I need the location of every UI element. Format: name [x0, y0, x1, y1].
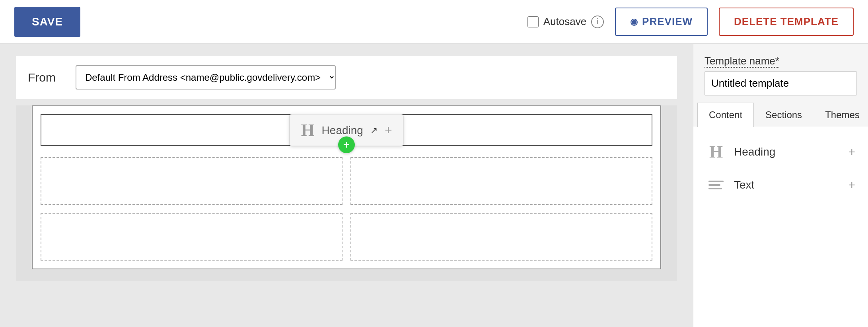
heading-h-symbol: H: [709, 142, 723, 162]
preview-button[interactable]: ◉ PREVIEW: [615, 8, 708, 36]
autosave-label: Autosave: [543, 16, 586, 28]
template-name-input[interactable]: [705, 71, 857, 95]
heading-icon: H: [706, 142, 726, 162]
heading-item-label: Heading: [734, 146, 840, 158]
eye-icon: ◉: [630, 17, 638, 27]
text-line-3: [708, 188, 722, 189]
content-area: From Default From Address <name@public.g…: [0, 44, 693, 327]
template-name-section: Template name*: [693, 44, 868, 103]
autosave-checkbox[interactable]: [527, 16, 539, 27]
main-area: From Default From Address <name@public.g…: [0, 44, 868, 327]
tooltip-add-icon[interactable]: +: [385, 123, 392, 138]
dashed-box-1: [41, 157, 343, 205]
dashed-grid: [41, 157, 652, 261]
right-panel: Template name* Content Sections Themes H…: [693, 44, 868, 327]
text-add-icon[interactable]: +: [848, 178, 855, 192]
autosave-group: Autosave i: [527, 16, 604, 28]
canvas-wrapper: H Heading ↗ + +: [16, 105, 677, 281]
text-line-2: [708, 184, 720, 186]
dashed-box-4: [350, 213, 652, 261]
text-lines: [708, 181, 724, 189]
tab-sections[interactable]: Sections: [754, 103, 814, 127]
dashed-box-2: [350, 157, 652, 205]
text-line-1: [708, 181, 724, 182]
heading-h-icon: H: [301, 120, 314, 140]
cursor-icon: ↗: [370, 125, 378, 135]
from-row: From Default From Address <name@public.g…: [16, 56, 677, 99]
delete-template-button[interactable]: DELETE TEMPLATE: [719, 8, 854, 36]
heading-block[interactable]: H Heading ↗ + +: [41, 114, 652, 146]
canvas: H Heading ↗ + +: [32, 105, 661, 269]
toolbar: SAVE Autosave i ◉ PREVIEW DELETE TEMPLAT…: [0, 0, 868, 44]
from-select[interactable]: Default From Address <name@public.govdel…: [76, 65, 336, 90]
text-icon: [706, 181, 726, 189]
tooltip-label: Heading: [322, 124, 363, 136]
dashed-box-3: [41, 213, 343, 261]
save-button[interactable]: SAVE: [14, 7, 80, 37]
heading-add-icon[interactable]: +: [848, 145, 855, 159]
panel-content: H Heading + Text +: [693, 127, 868, 327]
tab-content[interactable]: Content: [697, 103, 754, 127]
text-item-label: Text: [734, 179, 840, 191]
info-icon[interactable]: i: [591, 16, 604, 28]
green-add-button[interactable]: +: [338, 136, 355, 153]
panel-item-text[interactable]: Text +: [700, 170, 862, 200]
template-name-label: Template name*: [705, 55, 857, 67]
from-label: From: [28, 71, 60, 84]
tab-themes[interactable]: Themes: [814, 103, 868, 127]
toolbar-right: Autosave i ◉ PREVIEW DELETE TEMPLATE: [527, 8, 854, 36]
preview-label: PREVIEW: [642, 16, 693, 28]
tabs-row: Content Sections Themes: [693, 103, 868, 127]
panel-item-heading[interactable]: H Heading +: [700, 134, 862, 170]
